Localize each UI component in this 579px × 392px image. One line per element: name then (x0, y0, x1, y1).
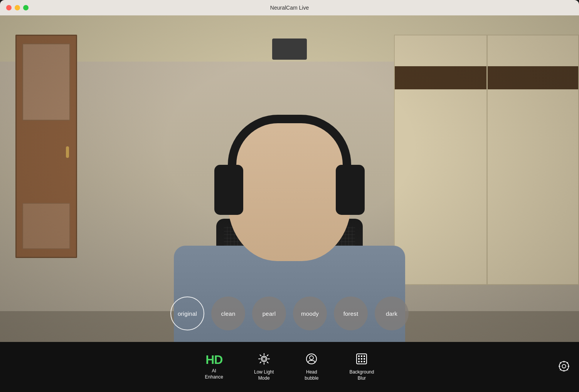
head-bubble-icon (305, 353, 318, 367)
background-blur-icon (355, 353, 368, 367)
filter-chip-original[interactable]: original (170, 297, 204, 330)
toolbar-item-head-bubble[interactable]: Head bubble (305, 353, 318, 381)
svg-rect-16 (358, 358, 360, 360)
svg-rect-23 (559, 362, 569, 371)
hd-icon: HD (205, 353, 222, 366)
svg-line-5 (260, 355, 261, 356)
svg-rect-21 (364, 361, 365, 362)
filter-chip-pearl[interactable]: pearl (252, 297, 286, 330)
svg-rect-17 (361, 358, 362, 360)
svg-line-8 (260, 362, 261, 363)
boombox (272, 39, 307, 60)
filter-chip-dark[interactable]: dark (375, 297, 409, 330)
maximize-button[interactable] (23, 5, 29, 10)
low-light-label: Low Light Mode (254, 369, 274, 381)
headphone-ear-right (336, 165, 365, 215)
svg-point-9 (263, 357, 266, 360)
window-controls (6, 5, 29, 10)
settings-icon (558, 360, 570, 372)
ai-enhance-label: AI Enhance (205, 368, 223, 380)
low-light-icon (258, 353, 270, 367)
svg-rect-19 (358, 361, 360, 362)
background-blur-label: Background Blur (349, 369, 374, 381)
headphone-band (228, 115, 351, 165)
svg-point-0 (261, 356, 267, 362)
svg-rect-18 (364, 358, 365, 360)
svg-point-11 (310, 356, 313, 360)
toolbar-item-low-light[interactable]: Low Light Mode (254, 353, 274, 381)
svg-rect-20 (361, 361, 362, 362)
camera-view: original clean pearl moody forest dark (0, 15, 579, 342)
head-bubble-label: Head bubble (305, 369, 318, 381)
toolbar-item-background-blur[interactable]: Background Blur (349, 353, 374, 381)
headphone-ear-left (214, 165, 243, 215)
main-content: original clean pearl moody forest dark H… (0, 15, 579, 392)
svg-rect-13 (358, 355, 360, 357)
headphones (214, 115, 365, 215)
toolbar-item-ai-enhance[interactable]: HD AI Enhance (205, 353, 223, 380)
toolbar: HD AI Enhance (0, 342, 579, 392)
svg-rect-15 (364, 355, 365, 357)
close-button[interactable] (6, 5, 12, 10)
svg-point-22 (562, 364, 566, 368)
app-title: NeuralCam Live (270, 5, 309, 11)
filter-chip-forest[interactable]: forest (334, 297, 368, 330)
filter-chip-clean[interactable]: clean (211, 297, 245, 330)
svg-rect-14 (361, 355, 362, 357)
minimize-button[interactable] (15, 5, 20, 10)
filter-chips-container: original clean pearl moody forest dark (0, 297, 579, 330)
titlebar: NeuralCam Live (0, 0, 579, 15)
svg-line-6 (267, 362, 268, 363)
svg-line-7 (267, 355, 268, 356)
filter-chip-moody[interactable]: moody (293, 297, 327, 330)
toolbar-settings-button[interactable] (558, 360, 570, 374)
